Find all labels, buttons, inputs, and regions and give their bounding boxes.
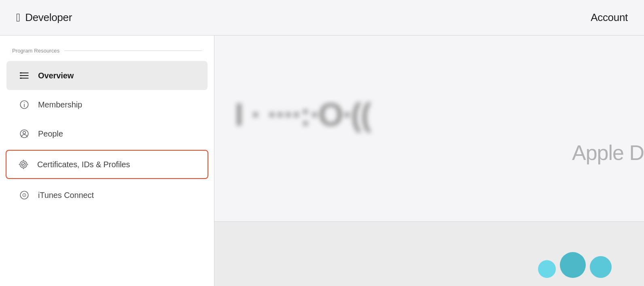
sidebar-item-membership[interactable]: Membership (6, 90, 208, 119)
sidebar-section-label: Program Resources (0, 48, 214, 61)
sidebar: Program Resources Overview (0, 36, 214, 286)
sidebar-item-certificates-label: Certificates, IDs & Profiles (37, 160, 130, 169)
main-layout: Program Resources Overview (0, 36, 644, 286)
top-nav:  Developer Account (0, 0, 644, 36)
apple-subtitle: Apple D (572, 141, 644, 165)
play-circle-icon (19, 189, 30, 201)
sidebar-item-membership-label: Membership (38, 100, 82, 109)
person-circle-icon (19, 128, 30, 139)
sidebar-item-itunes-connect-label: iTunes Connect (38, 191, 94, 200)
bottom-panel (214, 221, 644, 286)
avatar (560, 252, 586, 278)
nav-title: Developer (25, 11, 72, 24)
avatars-area (538, 252, 612, 278)
svg-point-15 (24, 195, 25, 196)
info-circle-icon (19, 99, 30, 110)
sidebar-item-overview[interactable]: Overview (6, 61, 208, 90)
avatar (538, 260, 556, 278)
avatar (590, 256, 612, 278)
list-icon (19, 70, 30, 81)
svg-point-8 (24, 102, 25, 103)
account-link[interactable]: Account (591, 11, 628, 24)
sidebar-item-certificates[interactable]: Certificates, IDs & Profiles (6, 150, 208, 179)
sidebar-item-people-label: People (38, 129, 63, 139)
nav-brand:  Developer (16, 11, 72, 24)
apple-logo-icon:  (16, 12, 20, 23)
svg-point-10 (23, 131, 26, 134)
main-content: I · ····:·O·(( Apple D (214, 36, 644, 286)
badge-icon (18, 159, 29, 170)
sidebar-item-overview-label: Overview (38, 71, 74, 80)
blurred-main-title: I · ····:·O·(( (235, 96, 371, 133)
sidebar-item-people[interactable]: People (6, 119, 208, 148)
sidebar-item-itunes-connect[interactable]: iTunes Connect (6, 181, 208, 210)
